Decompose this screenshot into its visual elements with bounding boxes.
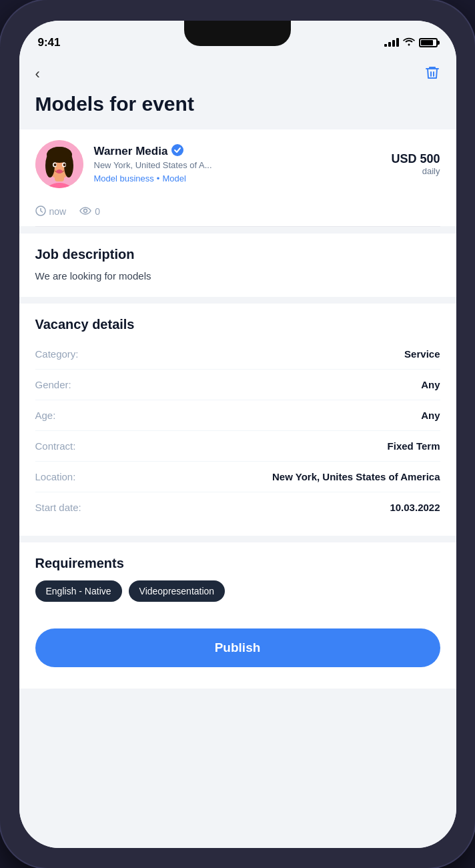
detail-value: Fixed Term	[388, 440, 440, 452]
svg-point-10	[53, 163, 56, 166]
avatar	[35, 140, 83, 188]
price-amount: USD 500	[391, 152, 440, 166]
svg-point-12	[56, 169, 63, 173]
price-period: daily	[391, 166, 440, 176]
detail-value: Any	[421, 379, 440, 390]
job-description-title: Job description	[35, 247, 440, 262]
detail-label: Age:	[35, 410, 56, 421]
eye-icon	[79, 206, 91, 218]
battery-icon	[419, 38, 438, 47]
vacancy-details-section: Vacancy details Category: Service Gender…	[19, 304, 456, 536]
detail-label: Start date:	[35, 502, 81, 513]
status-time: 9:41	[38, 36, 61, 49]
requirement-tag: Videopresentation	[129, 580, 225, 602]
profile-tags: Model business • Model	[94, 173, 381, 183]
detail-row: Age: Any	[35, 400, 440, 431]
price-section: USD 500 daily	[391, 152, 440, 176]
vacancy-details-title: Vacancy details	[35, 317, 440, 332]
requirements-section: Requirements English - NativeVideopresen…	[19, 542, 456, 618]
verified-icon	[171, 144, 183, 159]
detail-row: Location: New York, Unites States of Ame…	[35, 462, 440, 492]
detail-value: New York, Unites States of America	[272, 471, 440, 482]
svg-point-15	[84, 209, 87, 212]
requirement-tag: English - Native	[35, 580, 122, 602]
detail-row: Start date: 10.03.2022	[35, 492, 440, 522]
profile-tag-1[interactable]: Model business	[94, 173, 154, 183]
requirements-tags: English - NativeVideopresentation	[35, 580, 440, 602]
requirements-title: Requirements	[35, 556, 440, 571]
detail-label: Gender:	[35, 379, 71, 390]
detail-value: Service	[404, 348, 440, 360]
phone-frame: 9:41	[0, 0, 475, 868]
profile-tag-2[interactable]: Model	[162, 173, 185, 183]
content-area[interactable]: ‹ Models for event	[19, 55, 456, 848]
meta-row: now 0	[19, 199, 456, 226]
tag-separator: •	[157, 173, 160, 183]
wifi-icon	[403, 37, 415, 48]
back-button[interactable]: ‹	[35, 67, 40, 81]
profile-info: Warner Media New York, United States of …	[94, 144, 381, 183]
svg-point-7	[47, 147, 71, 161]
detail-value: Any	[421, 410, 440, 421]
clock-icon	[35, 205, 46, 218]
profile-name: Warner Media	[94, 145, 168, 158]
job-description-text: We are looking for models	[35, 269, 440, 284]
delete-button[interactable]	[424, 65, 440, 84]
detail-row: Contract: Fixed Term	[35, 431, 440, 462]
detail-label: Contract:	[35, 440, 76, 452]
svg-point-11	[63, 163, 65, 166]
job-description-section: Job description We are looking for model…	[19, 234, 456, 298]
section-divider-3	[19, 536, 456, 542]
detail-label: Category:	[35, 348, 79, 360]
page-title: Models for event	[19, 92, 456, 129]
svg-point-13	[171, 144, 183, 156]
time-meta: now	[35, 205, 67, 218]
vacancy-details-rows: Category: Service Gender: Any Age: Any C…	[35, 339, 440, 522]
signal-icon	[384, 38, 399, 47]
publish-button[interactable]: Publish	[35, 628, 440, 667]
notch	[184, 21, 291, 46]
section-divider-1	[19, 227, 456, 234]
status-icons	[384, 37, 438, 48]
section-divider-2	[19, 297, 456, 304]
detail-value: 10.03.2022	[390, 502, 440, 513]
profile-card: Warner Media New York, United States of …	[19, 129, 456, 199]
view-meta: 0	[79, 206, 100, 218]
profile-location: New York, United States of A...	[94, 160, 381, 170]
time-label: now	[49, 206, 67, 217]
detail-row: Category: Service	[35, 339, 440, 370]
phone-screen: 9:41	[19, 21, 456, 848]
nav-header: ‹	[19, 55, 456, 92]
detail-label: Location:	[35, 471, 76, 482]
detail-row: Gender: Any	[35, 370, 440, 400]
publish-area: Publish	[19, 618, 456, 689]
view-count: 0	[95, 206, 100, 217]
